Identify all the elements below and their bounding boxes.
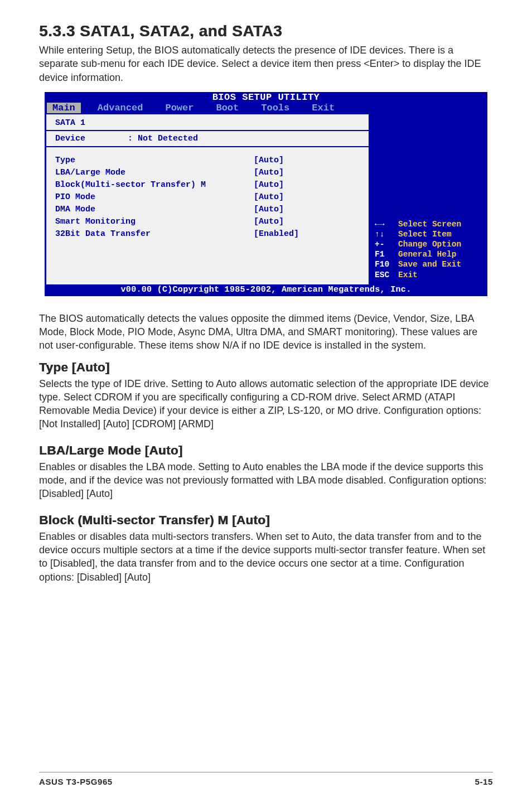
lba-heading: LBA/Large Mode [Auto] [39, 443, 493, 458]
bios-setting-row[interactable]: 32Bit Data Transfer [Enabled] [55, 229, 360, 239]
page-footer: ASUS T3-P5G965 5-15 [39, 772, 493, 786]
bios-setting-row[interactable]: Smart Monitoring [Auto] [55, 217, 360, 226]
bios-copyright: v00.00 (C)Copyright 1985-2002, American … [45, 284, 487, 296]
help-label: Select Item [398, 229, 452, 239]
lba-text: Enables or disables the LBA mode. Settin… [39, 460, 493, 501]
bios-setting-row[interactable]: Type [Auto] [55, 156, 360, 165]
bios-setting-label: LBA/Large Mode [55, 168, 254, 177]
bios-panel: BIOS SETUP UTILITY Main Advanced Power B… [45, 92, 487, 296]
bios-tab-tools[interactable]: Tools [255, 103, 295, 113]
bios-setting-label: Type [55, 156, 254, 165]
help-label: Save and Exit [398, 259, 461, 269]
bios-setting-value: [Auto] [254, 205, 360, 214]
bios-setting-label: Block(Multi-sector Transfer) M [55, 180, 254, 190]
bios-title: BIOS SETUP UTILITY [45, 92, 487, 103]
bios-setting-value: [Auto] [254, 156, 360, 165]
block-text: Enables or disables data multi-sectors t… [39, 530, 493, 584]
bios-section-title: SATA 1 [55, 117, 360, 128]
bios-setting-label: PIO Mode [55, 192, 254, 202]
bios-setting-label: Smart Monitoring [55, 217, 254, 226]
help-key: F10 [375, 259, 398, 269]
bios-device-row: Device : Not Detected [55, 134, 360, 143]
help-label: General Help [398, 249, 456, 259]
help-key: +- [375, 239, 398, 249]
bios-tabs: Main Advanced Power Boot Tools Exit [45, 103, 487, 114]
bios-setting-value: [Auto] [254, 192, 360, 202]
bios-setting-value: [Auto] [254, 180, 360, 190]
section-heading: 5.3.3 SATA1, SATA2, and SATA3 [39, 22, 493, 40]
help-key: ↑↓ [375, 229, 398, 239]
bios-device-label: Device [55, 134, 128, 143]
bios-device-value: : Not Detected [128, 134, 198, 143]
bios-tab-boot[interactable]: Boot [210, 103, 244, 113]
bios-tab-main[interactable]: Main [47, 103, 81, 113]
type-text: Selects the type of IDE drive. Setting t… [39, 377, 493, 431]
footer-left: ASUS T3-P5G965 [39, 777, 113, 786]
help-label: Change Option [398, 239, 461, 249]
bios-setting-row[interactable]: PIO Mode [Auto] [55, 192, 360, 202]
help-key: ←→ [375, 219, 398, 229]
help-label: Exit [398, 270, 418, 280]
help-key: ESC [375, 270, 398, 280]
help-key: F1 [375, 249, 398, 259]
bios-setting-value: [Auto] [254, 168, 360, 177]
bios-setting-label: DMA Mode [55, 205, 254, 214]
bios-setting-row[interactable]: DMA Mode [Auto] [55, 205, 360, 214]
bios-settings: SATA 1 Device : Not Detected Type [Auto]… [46, 114, 369, 284]
bios-setting-row[interactable]: LBA/Large Mode [Auto] [55, 168, 360, 177]
intro-text: While entering Setup, the BIOS automatic… [39, 44, 493, 84]
bios-help: ←→Select Screen ↑↓Select Item +-Change O… [369, 114, 486, 284]
block-heading: Block (Multi-sector Transfer) M [Auto] [39, 513, 493, 528]
bios-setting-value: [Enabled] [254, 229, 360, 239]
after-bios-text: The BIOS automatically detects the value… [39, 312, 493, 352]
bios-setting-row[interactable]: Block(Multi-sector Transfer) M [Auto] [55, 180, 360, 190]
footer-right: 5-15 [475, 777, 493, 786]
help-label: Select Screen [398, 219, 461, 229]
bios-setting-value: [Auto] [254, 217, 360, 226]
type-heading: Type [Auto] [39, 360, 493, 375]
bios-setting-label: 32Bit Data Transfer [55, 229, 254, 239]
bios-tab-advanced[interactable]: Advanced [92, 103, 149, 113]
bios-tab-exit[interactable]: Exit [306, 103, 340, 113]
bios-tab-power[interactable]: Power [159, 103, 199, 113]
